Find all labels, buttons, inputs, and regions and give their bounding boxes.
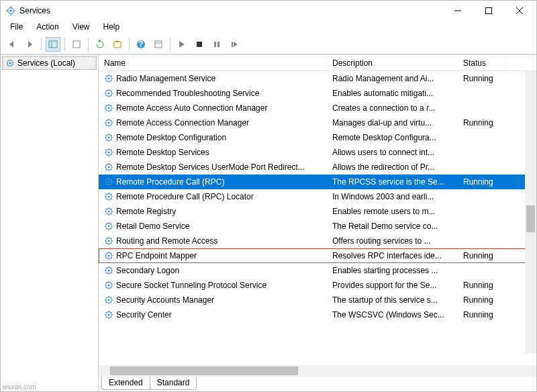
- minimize-button[interactable]: [442, 1, 473, 21]
- svg-line-70: [106, 135, 107, 136]
- title-bar: Services: [1, 1, 536, 21]
- help-button[interactable]: ?: [134, 37, 148, 52]
- service-row[interactable]: Remote Desktop ServicesAllows users to c…: [99, 145, 536, 160]
- service-row[interactable]: Recommended Troubleshooting ServiceEnabl…: [99, 86, 536, 101]
- service-row[interactable]: Security Accounts ManagerThe startup of …: [99, 293, 536, 307]
- svg-line-101: [111, 184, 111, 185]
- menu-file[interactable]: File: [3, 21, 30, 34]
- toolbar-separator: [88, 38, 89, 51]
- service-row[interactable]: Secondary LogonEnables starting processe…: [99, 263, 536, 278]
- svg-line-72: [106, 140, 107, 140]
- show-hide-tree-button[interactable]: [46, 37, 60, 52]
- svg-point-115: [107, 210, 109, 212]
- service-row[interactable]: Secure Socket Tunneling Protocol Service…: [99, 278, 536, 293]
- svg-point-95: [107, 181, 109, 183]
- service-description-cell: Creates a connection to a r...: [327, 102, 458, 114]
- stop-service-button[interactable]: [192, 37, 207, 52]
- svg-line-32: [106, 81, 107, 81]
- export-button[interactable]: [110, 37, 125, 52]
- detail-tabs: Extended Standard: [99, 377, 536, 391]
- tab-extended[interactable]: Extended: [101, 377, 150, 390]
- vertical-scrollbar[interactable]: [525, 71, 536, 354]
- service-row[interactable]: Remote Desktop Services UserMode Port Re…: [99, 160, 536, 175]
- forward-button[interactable]: [22, 37, 37, 52]
- list-header: Name Description Status: [99, 55, 536, 71]
- svg-point-23: [9, 62, 11, 64]
- service-row[interactable]: Remote Access Auto Connection ManagerCre…: [99, 101, 536, 115]
- service-description-cell: Remote Desktop Configura...: [327, 132, 458, 144]
- service-description-cell: Enables starting processes ...: [327, 264, 458, 277]
- gear-icon: [104, 207, 113, 216]
- service-row[interactable]: Retail Demo ServiceThe Retail Demo servi…: [99, 219, 536, 234]
- service-row[interactable]: Remote Procedure Call (RPC)The RPCSS ser…: [99, 175, 536, 189]
- service-name-cell: RPC Endpoint Mapper: [99, 250, 327, 262]
- properties-button[interactable]: [151, 37, 166, 52]
- gear-icon: [104, 133, 113, 142]
- start-service-button[interactable]: [175, 37, 189, 52]
- content-body: Services (Local) Name Description Status…: [1, 54, 536, 391]
- svg-point-25: [107, 77, 109, 79]
- service-row[interactable]: RPC Endpoint MapperResolves RPC interfac…: [99, 248, 536, 263]
- gear-icon: [104, 162, 113, 172]
- service-row[interactable]: Remote RegistryEnables remote users to m…: [99, 204, 536, 219]
- service-name-cell: Remote Procedure Call (RPC) Locator: [99, 191, 327, 203]
- service-name-cell: Routing and Remote Access: [99, 235, 327, 247]
- export-list-button[interactable]: [69, 37, 84, 52]
- column-header-status[interactable]: Status: [458, 56, 506, 70]
- menu-bar: File Action View Help: [1, 21, 536, 34]
- service-status-cell: Running: [458, 294, 506, 306]
- service-row[interactable]: Security CenterThe WSCSVC (Windows Sec..…: [99, 307, 536, 322]
- service-row[interactable]: Routing and Remote AccessOffers routing …: [99, 234, 536, 248]
- service-row[interactable]: Radio Management ServiceRadio Management…: [99, 71, 536, 86]
- service-name: Remote Desktop Services: [116, 148, 209, 157]
- svg-line-31: [111, 81, 111, 81]
- menu-view[interactable]: View: [66, 21, 97, 34]
- horizontal-scrollbar[interactable]: [99, 365, 536, 377]
- restart-service-button[interactable]: [227, 37, 242, 52]
- maximize-button[interactable]: [473, 1, 504, 21]
- svg-line-71: [111, 140, 111, 140]
- service-name: Remote Procedure Call (RPC): [116, 177, 224, 187]
- svg-line-73: [111, 135, 111, 136]
- tab-standard[interactable]: Standard: [150, 377, 197, 390]
- service-description-cell: In Windows 2003 and earli...: [327, 191, 458, 203]
- menu-help[interactable]: Help: [97, 21, 127, 34]
- svg-line-123: [111, 209, 111, 209]
- tree-node-services-local[interactable]: Services (Local): [2, 56, 97, 70]
- service-row[interactable]: Remote Access Connection ManagerManages …: [99, 115, 536, 130]
- service-description-cell: Enables remote users to m...: [327, 205, 458, 217]
- menu-action[interactable]: Action: [30, 21, 65, 34]
- service-name-cell: Remote Procedure Call (RPC): [99, 176, 327, 188]
- gear-icon: [104, 266, 113, 275]
- gear-icon: [104, 118, 113, 128]
- svg-rect-19: [214, 42, 216, 47]
- main-pane: Name Description Status Radio Management…: [99, 55, 536, 391]
- service-status-cell: Running: [458, 72, 506, 85]
- service-status-cell: [458, 225, 506, 228]
- tree-node-label: Services (Local): [17, 58, 75, 68]
- svg-line-63: [111, 120, 111, 121]
- close-button[interactable]: [504, 1, 535, 21]
- service-description-cell: Manages dial-up and virtu...: [327, 117, 458, 129]
- svg-line-53: [111, 105, 111, 106]
- svg-rect-20: [217, 42, 219, 47]
- scrollbar-thumb[interactable]: [526, 205, 535, 232]
- gear-icon: [104, 192, 113, 201]
- refresh-button[interactable]: [93, 37, 107, 52]
- service-row[interactable]: Remote Desktop ConfigurationRemote Deskt…: [99, 130, 536, 145]
- svg-rect-12: [73, 41, 80, 48]
- pause-service-button[interactable]: [209, 37, 224, 52]
- back-button[interactable]: [5, 37, 19, 52]
- service-row[interactable]: Remote Procedure Call (RPC) LocatorIn Wi…: [99, 189, 536, 204]
- scrollbar-thumb[interactable]: [110, 366, 298, 375]
- service-description-cell: Offers routing services to ...: [327, 235, 458, 247]
- svg-line-171: [111, 287, 111, 288]
- svg-rect-21: [232, 42, 233, 47]
- service-status-cell: [458, 240, 506, 242]
- svg-line-91: [111, 169, 111, 170]
- column-header-description[interactable]: Description: [327, 56, 458, 70]
- column-header-name[interactable]: Name: [99, 56, 327, 70]
- svg-line-172: [106, 287, 107, 288]
- service-description-cell: Radio Management and Ai...: [327, 72, 458, 85]
- gear-icon: [104, 251, 113, 260]
